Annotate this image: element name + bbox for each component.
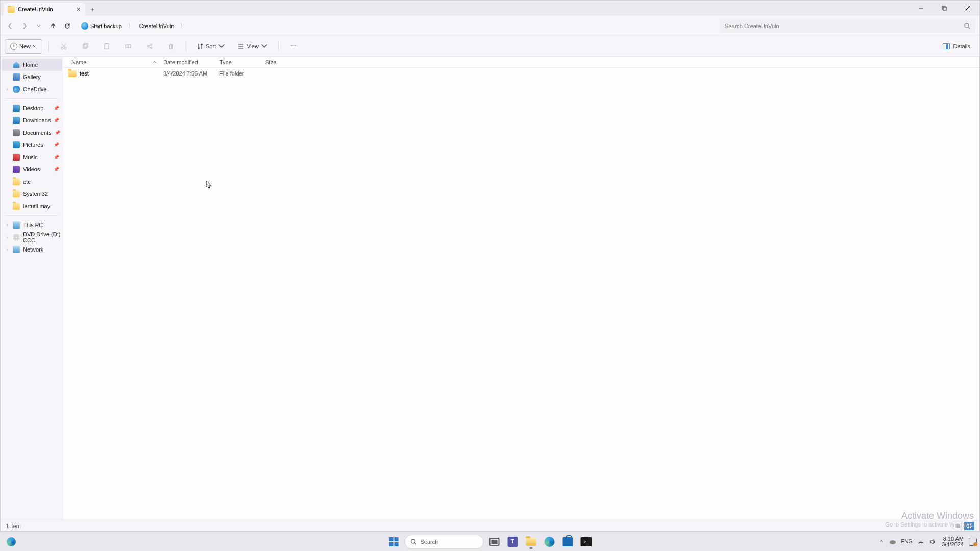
clock[interactable]: 8:10 AM 3/4/2024 [942, 536, 964, 547]
rename-button[interactable] [119, 39, 137, 54]
breadcrumb-root[interactable]: Start backup [79, 21, 124, 31]
nav-this-pc[interactable]: ›This PC [2, 219, 62, 231]
start-button[interactable] [386, 534, 402, 549]
search-input[interactable]: Search CreateUriVuln [720, 19, 975, 33]
refresh-button[interactable] [62, 20, 73, 32]
command-bar: + New Sort View ⋯ Details [1, 36, 979, 57]
separator [6, 98, 58, 99]
svg-point-5 [965, 23, 969, 28]
network-tray-icon[interactable] [917, 538, 924, 545]
column-size[interactable]: Size [262, 57, 298, 67]
tab-strip: CreateUriVuln ✕ ＋ [1, 1, 979, 16]
view-button[interactable]: View [233, 39, 272, 54]
terminal-app[interactable]: >_ [579, 534, 594, 549]
column-headers: Name Date modified Type Size [63, 57, 979, 68]
explorer-body: Home Gallery ›OneDrive Desktop📌 Download… [1, 57, 979, 520]
separator [186, 41, 186, 52]
column-type[interactable]: Type [216, 57, 262, 67]
address-bar[interactable]: Start backup 〉 CreateUriVuln 〉 [76, 19, 717, 33]
column-date[interactable]: Date modified [160, 57, 216, 67]
volume-tray-icon[interactable] [929, 538, 937, 545]
nav-home[interactable]: Home [2, 59, 62, 71]
nav-dvd-drive[interactable]: ›DVD Drive (D:) CCC [2, 231, 62, 243]
language-indicator[interactable]: ENG [901, 539, 913, 544]
file-list[interactable]: Name Date modified Type Size test 3/4/20… [63, 57, 979, 520]
nav-iertutil[interactable]: iertutil may [2, 200, 62, 212]
new-tab-button[interactable]: ＋ [85, 3, 100, 16]
nav-videos[interactable]: Videos📌 [2, 163, 62, 176]
teams-app[interactable] [505, 534, 521, 549]
sort-button[interactable]: Sort [192, 39, 229, 54]
notifications-button[interactable] [969, 538, 977, 546]
nav-system32[interactable]: System32 [2, 188, 62, 200]
back-button[interactable] [5, 20, 16, 32]
store-app[interactable] [560, 534, 576, 549]
gallery-icon [13, 73, 20, 81]
file-explorer-window: CreateUriVuln ✕ ＋ [0, 0, 980, 532]
documents-icon [13, 129, 20, 136]
sort-label: Sort [206, 43, 216, 49]
task-view-button[interactable] [487, 534, 502, 549]
expand-icon[interactable]: › [5, 222, 10, 228]
folder-icon [8, 6, 15, 13]
nav-documents[interactable]: Documents📌 [2, 127, 62, 139]
share-button[interactable] [141, 39, 158, 54]
paste-button[interactable] [98, 39, 115, 54]
expand-icon[interactable]: › [5, 247, 10, 252]
item-count: 1 item [6, 523, 21, 529]
up-button[interactable] [47, 20, 59, 32]
chevron-right-icon[interactable]: 〉 [126, 22, 135, 30]
new-button[interactable]: + New [5, 39, 42, 54]
terminal-icon: >_ [581, 537, 592, 546]
separator [48, 41, 49, 52]
navigation-pane[interactable]: Home Gallery ›OneDrive Desktop📌 Download… [1, 57, 63, 520]
task-view-icon [489, 538, 500, 546]
recent-locations-button[interactable] [33, 20, 44, 32]
nav-etc[interactable]: etc [2, 176, 62, 188]
pin-icon: 📌 [54, 106, 59, 111]
chevron-down-icon [261, 43, 268, 50]
breadcrumb-root-label: Start backup [90, 23, 122, 29]
nav-desktop[interactable]: Desktop📌 [2, 102, 62, 114]
svg-rect-9 [83, 44, 87, 48]
chevron-down-icon [218, 43, 225, 50]
copy-button[interactable] [77, 39, 94, 54]
tab-current[interactable]: CreateUriVuln ✕ [4, 3, 85, 16]
nav-network[interactable]: ›Network [2, 243, 62, 256]
file-explorer-app[interactable] [524, 534, 539, 549]
nav-gallery[interactable]: Gallery [2, 71, 62, 83]
clock-time: 8:10 AM [942, 536, 964, 542]
svg-point-7 [61, 47, 63, 49]
separator [6, 215, 58, 216]
pin-icon: 📌 [55, 130, 60, 135]
expand-icon[interactable]: › [5, 235, 10, 240]
onedrive-tray-icon[interactable] [889, 538, 896, 545]
cut-button[interactable] [55, 39, 72, 54]
column-name[interactable]: Name [63, 57, 160, 67]
nav-pictures[interactable]: Pictures📌 [2, 139, 62, 151]
chevron-right-icon[interactable]: 〉 [178, 22, 187, 30]
minimize-button[interactable] [909, 1, 933, 16]
taskbar-search[interactable]: Search [405, 535, 484, 549]
nav-music[interactable]: Music📌 [2, 151, 62, 163]
tab-close-button[interactable]: ✕ [75, 6, 81, 12]
window-close-button[interactable] [956, 1, 979, 16]
maximize-button[interactable] [933, 1, 956, 16]
forward-button[interactable] [19, 20, 30, 32]
details-pane-button[interactable]: Details [938, 39, 975, 54]
edge-app[interactable] [542, 534, 557, 549]
expand-icon[interactable]: › [5, 87, 10, 92]
more-button[interactable]: ⋯ [285, 39, 302, 54]
edge-icon [545, 537, 555, 547]
taskbar-search-placeholder: Search [421, 539, 438, 545]
network-icon [13, 246, 20, 253]
delete-button[interactable] [162, 39, 180, 54]
watermark-line1: Activate Windows [885, 511, 974, 521]
tray-overflow-button[interactable]: ＾ [879, 538, 884, 545]
weather-widget-icon[interactable] [7, 537, 16, 546]
file-row[interactable]: test 3/4/2024 7:56 AM File folder [63, 68, 979, 79]
svg-line-29 [415, 543, 416, 544]
nav-onedrive[interactable]: ›OneDrive [2, 83, 62, 95]
nav-downloads[interactable]: Downloads📌 [2, 114, 62, 127]
breadcrumb-current[interactable]: CreateUriVuln [137, 22, 177, 30]
